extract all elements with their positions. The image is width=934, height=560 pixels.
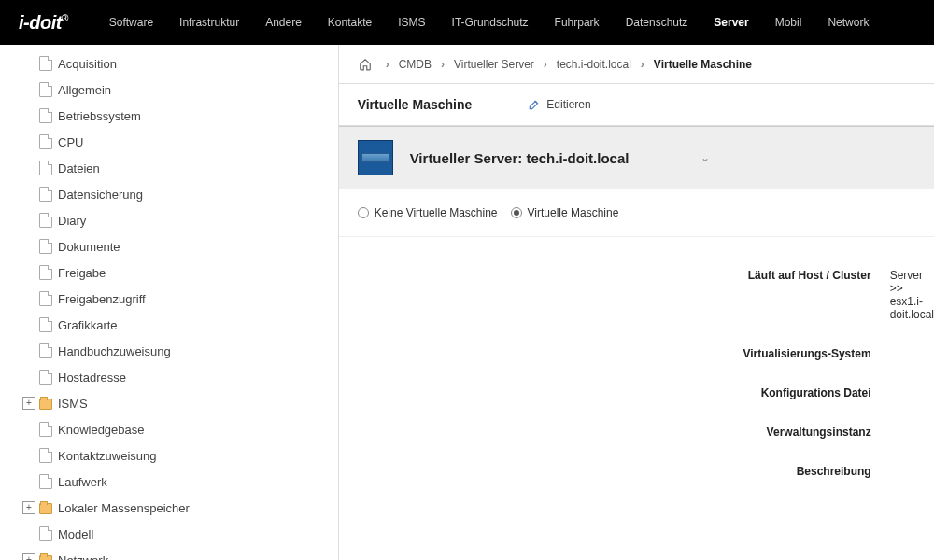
tree-item-label: Handbuchzuweisung (58, 344, 171, 358)
tree-item-isms[interactable]: +ISMS (0, 390, 338, 416)
tree-item-label: Knowledgebase (58, 423, 145, 437)
chevron-right-icon: › (386, 58, 389, 71)
topnav: SoftwareInfrastrukturAndereKontakteISMSI… (96, 0, 883, 45)
tree-item-label: Dokumente (58, 240, 120, 254)
edit-button[interactable]: Editieren (528, 98, 590, 111)
file-icon (39, 526, 52, 541)
field-value (890, 347, 934, 360)
breadcrumb-item[interactable]: tech.i-doit.local (557, 58, 631, 71)
tree-item-dateien[interactable]: Dateien (0, 155, 338, 181)
file-icon (39, 343, 52, 358)
expand-icon[interactable]: + (22, 553, 35, 560)
field-label: Konfigurations Datei (339, 386, 890, 399)
chevron-right-icon: › (641, 58, 644, 71)
tree-item-label: Dateien (58, 161, 100, 175)
home-icon[interactable] (358, 58, 373, 71)
tree-item-freigabenzugriff[interactable]: Freigabenzugriff (0, 286, 338, 312)
tree-item-label: Acquisition (58, 57, 117, 71)
panel-header: Virtueller Server: tech.i-doit.local ⌄ (339, 126, 934, 189)
radio-icon (511, 207, 522, 218)
file-icon (39, 161, 52, 175)
nav-item-kontakte[interactable]: Kontakte (315, 0, 385, 45)
field-mgmt-instance: Verwaltungsinstanz (339, 413, 934, 452)
folder-icon (39, 399, 52, 410)
file-icon (39, 213, 52, 228)
tree-item-kontaktzuweisung[interactable]: Kontaktzuweisung (0, 442, 338, 469)
chevron-right-icon: › (544, 58, 547, 71)
file-icon (39, 239, 52, 254)
tree-item-label: Lokaler Massenspeicher (58, 501, 190, 515)
tree-item-diary[interactable]: Diary (0, 207, 338, 233)
tree-item-label: Freigabe (58, 266, 106, 280)
logo[interactable]: i-doit® (19, 12, 68, 34)
nav-item-it-grundschutz[interactable]: IT-Grundschutz (439, 0, 542, 45)
folder-icon (39, 555, 52, 560)
breadcrumb-item[interactable]: CMDB (399, 58, 432, 71)
file-icon (39, 448, 52, 463)
tree-item-label: Modell (58, 527, 93, 541)
expand-icon[interactable]: + (22, 501, 35, 514)
tree-item-label: Grafikkarte (58, 318, 118, 332)
file-icon (39, 317, 52, 332)
field-label: Beschreibung (339, 465, 890, 478)
field-description: Beschreibung (339, 452, 934, 491)
tree-item-grafikkarte[interactable]: Grafikkarte (0, 312, 338, 338)
tree-item-modell[interactable]: Modell (0, 521, 338, 547)
sidebar-tree[interactable]: AcquisitionAllgemeinBetriebssystemCPUDat… (0, 45, 339, 560)
field-value: Server >> esx1.i-doit.local (890, 269, 934, 321)
tree-item-betriebssystem[interactable]: Betriebssystem (0, 103, 338, 129)
tree-item-label: Laufwerk (58, 475, 107, 489)
breadcrumb-item[interactable]: Virtueller Server (454, 58, 534, 71)
file-icon (39, 265, 52, 280)
chevron-down-icon[interactable]: ⌄ (700, 151, 710, 164)
tree-item-netzwerk[interactable]: +Netzwerk (0, 547, 338, 560)
tree-item-dokumente[interactable]: Dokumente (0, 233, 338, 259)
expand-icon[interactable]: + (22, 397, 35, 410)
form-area: Läuft auf Host / Cluster Server >> esx1.… (339, 237, 934, 510)
object-thumbnail (358, 140, 393, 175)
breadcrumb-current: Virtuelle Maschine (654, 58, 752, 71)
tree-item-lokaler-massenspeicher[interactable]: +Lokaler Massenspeicher (0, 495, 338, 521)
tree-item-label: ISMS (58, 397, 88, 411)
tree-item-hostadresse[interactable]: Hostadresse (0, 364, 338, 390)
nav-item-network[interactable]: Network (814, 0, 882, 45)
nav-item-server[interactable]: Server (700, 0, 761, 45)
tree-item-acquisition[interactable]: Acquisition (0, 50, 338, 77)
field-value (890, 465, 934, 478)
file-icon (39, 370, 52, 385)
nav-item-mobil[interactable]: Mobil (762, 0, 815, 45)
field-label: Virtualisierungs-System (339, 347, 890, 360)
tree-item-knowledgebase[interactable]: Knowledgebase (0, 416, 338, 442)
nav-item-datenschutz[interactable]: Datenschutz (613, 0, 701, 45)
tree-item-allgemein[interactable]: Allgemein (0, 77, 338, 103)
nav-item-software[interactable]: Software (96, 0, 166, 45)
tree-item-cpu[interactable]: CPU (0, 129, 338, 155)
radio-icon (358, 207, 369, 218)
tree-item-label: Kontaktzuweisung (58, 449, 157, 463)
nav-item-andere[interactable]: Andere (252, 0, 315, 45)
nav-item-isms[interactable]: ISMS (385, 0, 438, 45)
file-icon (39, 187, 52, 202)
nav-item-infrastruktur[interactable]: Infrastruktur (166, 0, 252, 45)
file-icon (39, 108, 52, 123)
radio-label: Virtuelle Maschine (528, 206, 619, 219)
breadcrumb: › CMDB › Virtueller Server › tech.i-doit… (339, 45, 934, 84)
radio-option-vm[interactable]: Virtuelle Maschine (511, 206, 619, 219)
radio-option-no-vm[interactable]: Keine Virtuelle Maschine (358, 206, 498, 219)
panel-title: Virtueller Server: tech.i-doit.local (410, 150, 700, 166)
tree-item-datensicherung[interactable]: Datensicherung (0, 181, 338, 207)
tree-item-handbuchzuweisung[interactable]: Handbuchzuweisung (0, 338, 338, 364)
tree-item-label: Allgemein (58, 83, 111, 97)
field-config-file: Konfigurations Datei (339, 373, 934, 413)
tree-item-freigabe[interactable]: Freigabe (0, 259, 338, 286)
vm-type-radio-group: Keine Virtuelle Maschine Virtuelle Masch… (339, 189, 934, 237)
nav-item-fuhrpark[interactable]: Fuhrpark (542, 0, 613, 45)
tree-item-label: Betriebssystem (58, 109, 141, 123)
field-value (890, 386, 934, 399)
tree-item-label: Netzwerk (58, 553, 108, 561)
field-host: Läuft auf Host / Cluster Server >> esx1.… (339, 256, 934, 334)
field-label: Verwaltungsinstanz (339, 426, 890, 439)
tree-item-laufwerk[interactable]: Laufwerk (0, 469, 338, 495)
file-icon (39, 134, 52, 149)
field-label: Läuft auf Host / Cluster (339, 269, 890, 321)
